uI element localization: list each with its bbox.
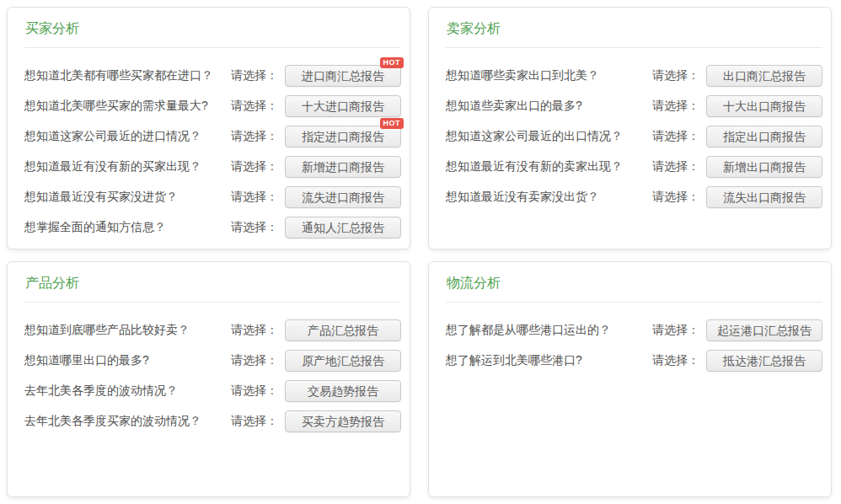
question-label: 想知道最近没有卖家没出货？ [446,190,652,205]
button-wrap: 通知人汇总报告 [285,217,401,239]
select-label: 请选择： [652,190,699,205]
select-label: 请选择： [231,68,278,83]
hot-badge: HOT [380,57,404,68]
button-wrap: 流失出口商报告 [706,186,822,208]
report-row: 想了解都是从哪些港口运出的？ 请选择： 起运港口汇总报告 [446,315,822,346]
question-label: 想知道最近没有买家没进货？ [24,190,231,205]
panel-title-logistics: 物流分析 [447,275,822,291]
report-button-buyer-seller-trend[interactable]: 买卖方趋势报告 [285,410,401,432]
panel-buyer-analysis: 买家分析 想知道北美都有哪些买家都在进口？ 请选择： 进口商汇总报告 HOT 想… [7,7,410,249]
question-label: 想知道到底哪些产品比较好卖？ [24,323,231,338]
report-row: 想知道最近有没有新的卖家出现？ 请选择： 新增出口商报告 [446,152,822,182]
panel-product-analysis: 产品分析 想知道到底哪些产品比较好卖？ 请选择： 产品汇总报告 想知道哪里出口的… [7,261,410,497]
report-button-top10-exporters[interactable]: 十大出口商报告 [706,95,822,117]
report-rows: 想知道哪些卖家出口到北美？ 请选择： 出口商汇总报告 想知道些卖家出口的最多? … [446,48,822,212]
report-selection-page: 买家分析 想知道北美都有哪些买家都在进口？ 请选择： 进口商汇总报告 HOT 想… [0,0,841,497]
report-button-specified-exporter[interactable]: 指定出口商报告 [706,126,822,147]
button-wrap: 十大出口商报告 [706,95,822,117]
question-label: 想知道北美哪些买家的需求量最大? [24,99,231,114]
report-row: 想知道哪些卖家出口到北美？ 请选择： 出口商汇总报告 [446,61,822,91]
panel-header: 卖家分析 [446,8,822,48]
report-button-arrival-port-summary[interactable]: 抵达港汇总报告 [706,350,822,372]
report-row: 想知道最近没有卖家没出货？ 请选择： 流失出口商报告 [446,182,822,212]
button-wrap: 交易趋势报告 [285,380,401,402]
report-row: 想知道最近没有买家没进货？ 请选择： 流失进口商报告 [24,182,401,212]
report-row: 想掌握全面的通知方信息？ 请选择： 通知人汇总报告 [24,212,401,243]
panel-title-product: 产品分析 [25,275,401,291]
button-wrap: 产品汇总报告 [285,319,401,341]
report-row: 想知道这家公司最近的进口情况？ 请选择： 指定进口商报告 HOT [24,121,401,152]
report-row: 想了解运到北美哪些港口? 请选择： 抵达港汇总报告 [446,346,822,376]
select-label: 请选择： [652,129,699,144]
report-button-origin-summary[interactable]: 原产地汇总报告 [285,350,401,372]
select-label: 请选择： [652,353,699,368]
panel-title-seller: 卖家分析 [447,20,822,36]
select-label: 请选择： [652,99,699,114]
question-label: 想知道这家公司最近的进口情况？ [24,129,231,144]
report-row: 想知道些卖家出口的最多? 请选择： 十大出口商报告 [446,91,822,121]
button-wrap: 出口商汇总报告 [706,65,822,87]
button-wrap: 流失进口商报告 [285,186,401,208]
select-label: 请选择： [231,129,278,144]
button-wrap: 进口商汇总报告 HOT [285,65,401,87]
select-label: 请选择： [652,323,699,338]
report-button-specified-importer[interactable]: 指定进口商报告 [285,126,401,147]
report-button-product-summary[interactable]: 产品汇总报告 [285,319,401,341]
report-row: 想知道到底哪些产品比较好卖？ 请选择： 产品汇总报告 [24,315,401,346]
panel-header: 物流分析 [446,262,822,303]
select-label: 请选择： [231,159,278,174]
select-label: 请选择： [231,383,278,399]
select-label: 请选择： [652,68,699,83]
panel-title-buyer: 买家分析 [25,20,401,36]
report-rows: 想知道到底哪些产品比较好卖？ 请选择： 产品汇总报告 想知道哪里出口的最多? 请… [24,303,401,437]
question-label: 想掌握全面的通知方信息？ [24,220,231,235]
report-row: 想知道北美哪些买家的需求量最大? 请选择： 十大进口商报告 [24,91,401,121]
report-button-importer-summary[interactable]: 进口商汇总报告 [285,65,401,87]
question-label: 想知道北美都有哪些买家都在进口？ [24,68,231,83]
report-button-trade-trend[interactable]: 交易趋势报告 [285,380,401,402]
panel-header: 产品分析 [24,262,401,303]
button-wrap: 新增出口商报告 [706,156,822,178]
question-label: 想知道哪里出口的最多? [24,353,231,368]
report-button-loading-port-summary[interactable]: 起运港口汇总报告 [706,319,822,341]
select-label: 请选择： [231,323,278,338]
question-label: 去年北美各季度买家的波动情况？ [24,414,231,429]
hot-badge: HOT [380,118,404,129]
report-button-new-exporters[interactable]: 新增出口商报告 [706,156,822,178]
button-wrap: 原产地汇总报告 [285,350,401,372]
report-button-top10-importers[interactable]: 十大进口商报告 [285,95,401,117]
report-button-new-importers[interactable]: 新增进口商报告 [285,156,401,178]
report-row: 想知道北美都有哪些买家都在进口？ 请选择： 进口商汇总报告 HOT [24,61,401,91]
question-label: 想知道最近有没有新的买家出现？ [24,159,231,174]
report-row: 去年北美各季度买家的波动情况？ 请选择： 买卖方趋势报告 [24,406,401,437]
report-row: 去年北美各季度的波动情况？ 请选择： 交易趋势报告 [24,376,401,406]
select-label: 请选择： [231,190,278,205]
select-label: 请选择： [231,99,278,114]
question-label: 去年北美各季度的波动情况？ [24,383,231,399]
report-rows: 想知道北美都有哪些买家都在进口？ 请选择： 进口商汇总报告 HOT 想知道北美哪… [24,48,401,243]
question-label: 想了解都是从哪些港口运出的？ [446,323,652,338]
select-label: 请选择： [231,353,278,368]
question-label: 想知道这家公司最近的出口情况？ [446,129,652,144]
panel-logistics-analysis: 物流分析 想了解都是从哪些港口运出的？ 请选择： 起运港口汇总报告 想了解运到北… [428,261,832,497]
question-label: 想知道哪些卖家出口到北美？ [446,68,652,83]
button-wrap: 指定出口商报告 [706,126,822,147]
select-label: 请选择： [231,220,278,235]
report-button-lost-importers[interactable]: 流失进口商报告 [285,186,401,208]
report-rows: 想了解都是从哪些港口运出的？ 请选择： 起运港口汇总报告 想了解运到北美哪些港口… [446,303,822,376]
question-label: 想知道些卖家出口的最多? [446,99,652,114]
button-wrap: 十大进口商报告 [285,95,401,117]
button-wrap: 买卖方趋势报告 [285,410,401,432]
report-button-exporter-summary[interactable]: 出口商汇总报告 [706,65,822,87]
report-row: 想知道这家公司最近的出口情况？ 请选择： 指定出口商报告 [446,121,822,152]
panel-header: 买家分析 [24,8,401,48]
report-button-lost-exporters[interactable]: 流失出口商报告 [706,186,822,208]
report-row: 想知道最近有没有新的买家出现？ 请选择： 新增进口商报告 [24,152,401,182]
question-label: 想了解运到北美哪些港口? [446,353,652,368]
button-wrap: 指定进口商报告 HOT [285,126,401,147]
select-label: 请选择： [231,414,278,429]
report-button-notify-party-summary[interactable]: 通知人汇总报告 [285,217,401,239]
button-wrap: 起运港口汇总报告 [706,319,822,341]
question-label: 想知道最近有没有新的卖家出现？ [446,159,652,174]
report-row: 想知道哪里出口的最多? 请选择： 原产地汇总报告 [24,346,401,376]
